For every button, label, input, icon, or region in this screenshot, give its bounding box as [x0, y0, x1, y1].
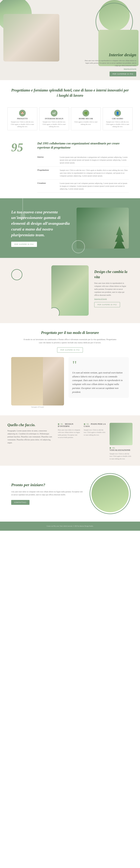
services-section: 🏠 PROGETTI Sample text: Click to edit th…	[0, 107, 140, 136]
stats-text-progettazione: Sample text: Click to edit the text. Cli…	[60, 169, 129, 177]
what-col2-text: Sample text: Click to edit the text. Cli…	[84, 429, 107, 436]
stats-label-creazione: Creazione	[37, 182, 56, 184]
service-title-chisiamo: CHI SIAMO	[105, 118, 130, 120]
service-card-chisiamo[interactable]: 👤 CHI SIAMO Sample text: Click to edit t…	[103, 107, 133, 130]
green-band-circle-deco	[72, 240, 85, 253]
work-section: Progettato per il tuo modo di lavorare I…	[0, 323, 140, 415]
quote-text: Un eam ad minim veniam, quis nostrud exe…	[72, 371, 125, 394]
what-col1-text: Duis aute irure dolor in voluptate velit…	[58, 429, 81, 439]
work-image-inner	[11, 357, 43, 405]
green-band-image-inner	[77, 208, 129, 249]
what-columns: 01. Design d'interni Duis aute irure dol…	[58, 423, 133, 460]
service-card-interior[interactable]: 🛋 INTERIOR DESIGN Sample text: Click to …	[39, 107, 69, 130]
green-band-section: La tua nuova casa presenta un'impression…	[0, 198, 140, 258]
design-content: Design che cambia la vita Duis aute irur…	[94, 266, 129, 307]
design-spacer	[11, 266, 46, 280]
stats-text-creazione: Lorem ipsum testo qui è nel voluptate pa…	[60, 182, 129, 190]
service-title-progetti: PROGETTI	[10, 118, 35, 120]
work-title: Progettato per il tuo modo di lavorare	[11, 331, 129, 335]
stats-text-interno: Lorem ipsum testo qui introduzione e spi…	[60, 156, 129, 164]
what-col1-num: 01.	[61, 423, 63, 425]
design-section: Design che cambia la vita Duis aute irur…	[0, 258, 140, 323]
work-image-container: Immagine di Freepik	[11, 357, 64, 408]
stats-rows: Interno Lorem ipsum testo qui introduzio…	[37, 154, 129, 193]
service-text-chisiamo: Sample text: Click to edit the text. Cli…	[105, 121, 130, 128]
what-col3-num: 03.	[113, 447, 115, 449]
stats-label-interno: Interno	[37, 156, 56, 158]
footer-text: Creato con Wix.com. Tutti i diritti rise…	[7, 525, 133, 527]
stats-row-progettazione: Progettazione Sample text: Click to edit…	[37, 166, 129, 180]
lamp-shade	[21, 212, 25, 220]
what-col3-title: Visualizzazione	[110, 449, 130, 451]
work-image-caption: Immagine di Freepik	[11, 406, 64, 408]
what-col-viz-title: 03. Visualizzazione	[110, 447, 133, 451]
dot-icon-1	[58, 423, 59, 425]
cta-section: Pronto per iniziare? vola aute irure dol…	[0, 466, 140, 522]
work-cta-container: PER SAPERE DI PIÙ	[11, 347, 129, 352]
service-title-interior: INTERIOR DESIGN	[41, 118, 67, 120]
design-description: Duis aute irure dolor in reprehenderit i…	[94, 282, 129, 297]
what-intro-container: Quello che faccio. Paragraphs: Lorem ips…	[7, 423, 52, 460]
tagline-section: Progettiamo e forniamo splendidi hotel, …	[0, 80, 140, 107]
what-col1-title: Design d'interni	[58, 423, 73, 427]
design-image-caption[interactable]: Immagine di Freepik	[94, 298, 129, 300]
hero-cta-button[interactable]: PER SAPERNE DI PIÙ	[110, 71, 136, 76]
what-top-layout: Quello che faccio. Paragraphs: Lorem ips…	[7, 423, 133, 460]
stats-content: Dal 1995 collaboriamo con organizzazioni…	[37, 142, 129, 193]
stats-row-interno: Interno Lorem ipsum testo qui introduzio…	[37, 154, 129, 166]
quote-mark: "	[72, 361, 125, 369]
dot-icon-3	[110, 447, 111, 449]
cta-button[interactable]: CONTATTACI	[11, 500, 29, 505]
cta-description: vola aute irure dolor in voluptate velit…	[11, 490, 86, 496]
work-quote-container: " Un eam ad minim veniam, quis nostrud e…	[68, 357, 129, 398]
hero-photo-main	[3, 14, 59, 61]
footer: Creato con Wix.com. Tutti i diritti rise…	[0, 522, 140, 531]
hero-description: Duis aute irure dolor in reprehenderit i…	[84, 59, 136, 67]
what-col3-text: Sample text: Click to edit the text. Cli…	[110, 453, 133, 460]
cta-image-container	[91, 475, 129, 512]
viz-image	[110, 423, 133, 445]
design-cta-button[interactable]: PER SAPERE DI PIÙ	[94, 302, 120, 307]
service-icon-interior: 🛋	[51, 110, 57, 117]
stats-description: Dal 1995 collaboriamo con organizzazioni…	[37, 142, 129, 150]
work-description: Il modo in cui lavoriamo sta cambiando e…	[23, 338, 117, 344]
what-col2-num: 02.	[87, 423, 89, 425]
service-text-progetti: Sample text: Click to edit the text. Cli…	[10, 121, 35, 128]
stats-row-creazione: Creazione Lorem ipsum testo qui è nel vo…	[37, 180, 129, 193]
service-icon-chisiamo: 👤	[114, 110, 121, 117]
stats-number: 95	[11, 142, 30, 153]
cta-title: Pronto per iniziare?	[11, 483, 86, 487]
hero-image-caption[interactable]: Immagine di Freepik	[84, 68, 136, 70]
design-circle-deco	[11, 269, 22, 280]
what-intro: Paragraphs: Lorem ipsum dolor sit amet, …	[7, 429, 52, 444]
green-band-title: La tua nuova casa presenta un'impression…	[11, 209, 71, 238]
work-layout: Immagine di Freepik " Un eam ad minim ve…	[11, 357, 129, 408]
service-text-homedecor: Click again or double click to start edi…	[73, 121, 99, 125]
dot-icon-2	[84, 423, 85, 425]
service-card-homedecor[interactable]: 🌿 HOME DECOR Click again or double click…	[71, 107, 101, 130]
what-col-viz: 03. Visualizzazione Sample text: Click t…	[110, 423, 133, 460]
service-icon-homedecor: 🌿	[83, 110, 89, 117]
hero-title: Interior design	[84, 52, 136, 58]
cta-circle-border	[90, 473, 131, 514]
service-icon-progetti: 🏠	[19, 110, 26, 117]
green-band-cta[interactable]: PER SAPERE DI PIÙ	[11, 242, 37, 247]
service-card-progetti[interactable]: 🏠 PROGETTI Sample text: Click to edit th…	[7, 107, 37, 130]
green-band-text: La tua nuova casa presenta un'impression…	[11, 209, 71, 247]
service-text-interior: Sample text: Click to edit the text. Cli…	[41, 121, 67, 128]
lamp-wire	[22, 198, 23, 213]
what-col-design-title: 01. Design d'interni	[58, 423, 81, 427]
green-band-image	[77, 208, 129, 249]
work-image	[11, 357, 64, 405]
cta-content: Pronto per iniziare? vola aute irure dol…	[11, 483, 86, 505]
what-col-design: 01. Design d'interni Duis aute irure dol…	[58, 423, 81, 460]
what-title: Quello che faccio.	[7, 423, 52, 427]
design-main-image	[51, 266, 89, 316]
tagline-text: Progettiamo e forniamo splendidi hotel, …	[11, 88, 129, 98]
service-title-homedecor: HOME DECOR	[73, 118, 99, 120]
what-col-piani: 02. Piani per la casa Sample text: Click…	[84, 423, 107, 460]
stats-section: 95 Dal 1995 collaboriamo con organizzazi…	[0, 136, 140, 198]
what-col-piani-title: 02. Piani per la casa	[84, 423, 107, 427]
work-cta-button[interactable]: PER SAPERE DI PIÙ	[57, 347, 83, 352]
stats-label-progettazione: Progettazione	[37, 169, 56, 171]
